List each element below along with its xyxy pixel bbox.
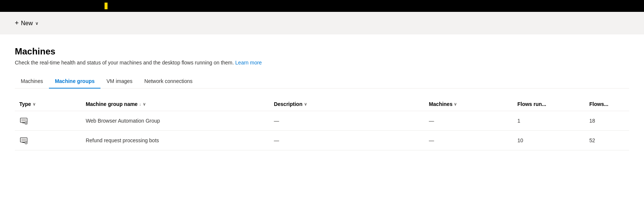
row2-flows-run: 10 — [513, 131, 585, 150]
row1-type — [15, 111, 81, 131]
tab-network-connections[interactable]: Network connections — [138, 74, 198, 89]
col-header-flows: Flows... — [585, 97, 629, 111]
tab-machine-groups[interactable]: Machine groups — [49, 74, 100, 89]
col-header-flows-run: Flows run... — [513, 97, 585, 111]
tabs: Machines Machine groups VM images Networ… — [15, 74, 629, 89]
tab-vm-images[interactable]: VM images — [100, 74, 138, 89]
chevron-down-icon: ∨ — [35, 21, 39, 26]
page-description: Check the real-time health and status of… — [15, 60, 629, 66]
row1-flows-run: 1 — [513, 111, 585, 131]
row2-type — [15, 131, 81, 150]
row2-description: — — [270, 131, 425, 150]
col-header-type[interactable]: Type ∨ — [15, 97, 81, 111]
plus-icon: + — [15, 19, 19, 27]
name-sort-asc-icon: ↓ — [139, 102, 141, 106]
desc-sort-icon: ∨ — [304, 102, 307, 107]
table-row: Web Browser Automation Group — — 1 18 — [15, 111, 629, 131]
type-sort-icon: ∨ — [33, 102, 36, 107]
top-bar — [0, 0, 644, 12]
col-header-description[interactable]: Description ∨ — [270, 97, 425, 111]
row2-name: Refund request processing bots — [81, 131, 270, 150]
data-table: Type ∨ Machine group name ↓ ∨ Descriptio… — [15, 97, 629, 150]
learn-more-link[interactable]: Learn more — [235, 60, 262, 66]
row1-flows: 18 — [585, 111, 629, 131]
page-title: Machines — [15, 46, 629, 57]
new-label: New — [21, 20, 33, 27]
toolbar: + New ∨ — [0, 12, 644, 34]
name-chevron-icon: ∨ — [143, 102, 146, 107]
tab-machines[interactable]: Machines — [15, 74, 49, 89]
machines-sort-icon: ∨ — [454, 102, 457, 107]
top-bar-indicator — [105, 3, 108, 9]
row2-flows: 52 — [585, 131, 629, 150]
svg-rect-4 — [22, 139, 26, 141]
row1-description: — — [270, 111, 425, 131]
row2-machines: — — [425, 131, 513, 150]
table-row: Refund request processing bots — — 10 52 — [15, 131, 629, 150]
svg-rect-1 — [22, 119, 26, 122]
new-button[interactable]: + New ∨ — [12, 18, 42, 29]
row1-name: Web Browser Automation Group — [81, 111, 270, 131]
machine-group-icon-2 — [19, 136, 28, 145]
row1-machines: — — [425, 111, 513, 131]
col-header-machines[interactable]: Machines ∨ — [425, 97, 513, 111]
main-content: Machines Check the real-time health and … — [0, 34, 644, 203]
machine-group-icon-1 — [19, 116, 28, 125]
col-header-machine-group-name[interactable]: Machine group name ↓ ∨ — [81, 97, 270, 111]
